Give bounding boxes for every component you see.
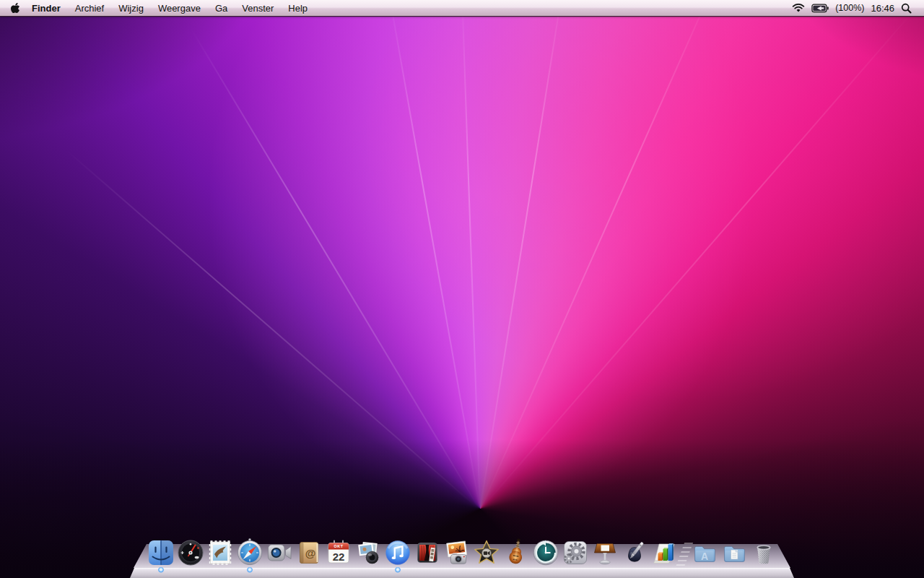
pages-icon: [620, 538, 649, 567]
dock-shelf-front: [130, 568, 794, 578]
itunes-icon: [383, 538, 412, 567]
wallpaper-ray: [479, 0, 721, 510]
desktop-wallpaper: [0, 0, 924, 578]
apple-logo-icon: [11, 3, 20, 14]
battery-icon: [811, 4, 829, 13]
dock-item-address-book[interactable]: @: [295, 538, 323, 567]
wallpaper-ray: [66, 150, 481, 511]
keynote-icon: [590, 538, 619, 567]
dock-item-trash[interactable]: [749, 538, 778, 567]
dock-item-numbers[interactable]: [650, 538, 679, 567]
menu-bar-status: (100%) 16:46: [792, 3, 924, 14]
dock-item-aperture[interactable]: [354, 538, 383, 567]
wifi-menu[interactable]: [792, 3, 805, 13]
menu-item-archief[interactable]: Archief: [68, 1, 111, 16]
dock: @ OKT 22: [0, 526, 924, 578]
dock-item-dashboard[interactable]: [176, 538, 205, 567]
running-indicator-itunes: [395, 567, 401, 573]
trash-icon: [749, 538, 778, 567]
mail-icon: [206, 538, 235, 567]
menu-bar: Finder Archief Wijzig Weergave Ga Venste…: [0, 0, 924, 17]
spotlight-search-icon: [901, 3, 912, 14]
safari-icon: [235, 538, 264, 567]
dock-item-imovie[interactable]: [472, 538, 501, 567]
calendar-month-label: OKT: [334, 544, 343, 548]
calendar-day-label: 22: [333, 551, 345, 563]
battery-percentage: (100%): [835, 3, 864, 13]
menu-item-finder[interactable]: Finder: [25, 1, 68, 16]
spotlight-menu[interactable]: [901, 3, 912, 14]
menu-item-venster[interactable]: Venster: [235, 1, 281, 16]
garageband-icon: [502, 538, 531, 567]
running-indicator-safari: [247, 567, 253, 573]
dock-item-time-machine[interactable]: [531, 538, 560, 567]
numbers-icon: [650, 538, 679, 567]
running-indicator-finder: [158, 567, 164, 573]
dock-item-mail[interactable]: [206, 538, 235, 567]
documents-folder-icon: [720, 538, 749, 567]
dock-item-iphoto[interactable]: [443, 538, 471, 567]
iphoto-icon: [443, 538, 471, 567]
system-preferences-icon: [561, 538, 590, 567]
dock-item-pages[interactable]: [620, 538, 649, 567]
dock-item-applications-folder[interactable]: A: [690, 538, 719, 567]
menu-bar-clock[interactable]: 16:46: [871, 3, 894, 14]
wallpaper-ray: [479, 8, 916, 511]
at-symbol-glyph: @: [305, 547, 316, 559]
dock-icons: @ OKT 22: [147, 538, 778, 567]
applications-folder-icon: A: [690, 538, 719, 567]
address-book-icon: @: [295, 538, 323, 567]
wifi-icon: [792, 3, 805, 13]
wallpaper-ray: [479, 0, 565, 510]
screen: Finder Archief Wijzig Weergave Ga Venste…: [0, 0, 924, 578]
ical-icon: OKT 22: [324, 538, 353, 567]
dock-item-system-preferences[interactable]: [561, 538, 590, 567]
menu-item-help[interactable]: Help: [281, 1, 315, 16]
menu-item-weergave[interactable]: Weergave: [151, 1, 208, 16]
dock-item-finder[interactable]: [147, 538, 175, 567]
facetime-icon: [265, 538, 294, 567]
menu-item-ga[interactable]: Ga: [208, 1, 235, 16]
dock-item-facetime[interactable]: [265, 538, 294, 567]
dock-item-garageband[interactable]: [502, 538, 531, 567]
finder-icon: [147, 538, 175, 567]
dock-item-itunes[interactable]: [383, 538, 412, 567]
wallpaper-ray: [461, 0, 481, 510]
dock-item-documents-folder[interactable]: [720, 538, 749, 567]
dashboard-icon: [176, 538, 205, 567]
dock-item-ical[interactable]: OKT 22: [324, 538, 353, 567]
time-machine-icon: [531, 538, 560, 567]
dock-item-photo-booth[interactable]: [413, 538, 442, 567]
battery-menu[interactable]: [811, 4, 829, 13]
photo-booth-icon: [413, 538, 442, 567]
imovie-icon: [472, 538, 501, 567]
applications-letter-glyph: A: [701, 551, 708, 562]
dock-item-keynote[interactable]: [590, 538, 619, 567]
dock-item-safari[interactable]: [235, 538, 264, 567]
menu-item-wijzig[interactable]: Wijzig: [111, 1, 151, 16]
apple-menu[interactable]: [11, 3, 20, 14]
aperture-icon: [354, 538, 383, 567]
